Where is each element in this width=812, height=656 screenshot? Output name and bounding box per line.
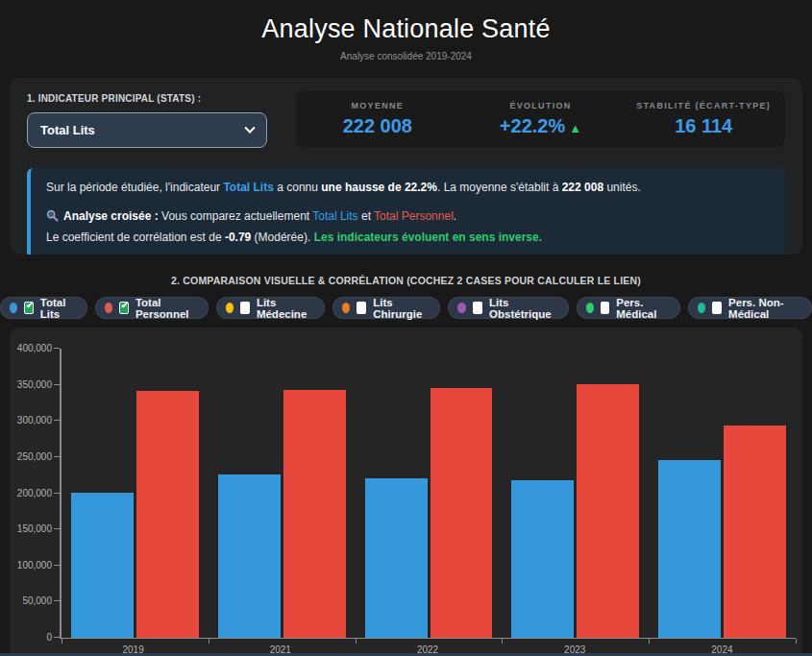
- filter-pill[interactable]: Pers. Non-Médical: [688, 297, 812, 319]
- indicator-selected-value: Total Lits: [40, 123, 95, 137]
- stat-label: MOYENNE: [296, 101, 459, 110]
- x-tick-mark: [209, 639, 209, 644]
- bar-total-personnel-2019[interactable]: [136, 391, 199, 638]
- chevron-down-icon: [244, 122, 255, 133]
- filter-label: Lits Chirurgie: [373, 297, 428, 320]
- up-arrow-icon: ▲: [569, 121, 581, 135]
- y-tick-mark: [54, 456, 60, 457]
- insight-line-correlation: Le coefficient de corrélation est de -0.…: [46, 230, 770, 246]
- y-tick-mark: [54, 565, 60, 566]
- bar-total-personnel-2022[interactable]: [431, 388, 493, 638]
- indicator-label: 1. INDICATEUR PRINCIPAL (STATS) :: [27, 93, 282, 104]
- checkbox-unchecked[interactable]: [357, 302, 366, 314]
- header: Analyse Nationale Santé Analyse consolid…: [0, 0, 812, 61]
- bar-total-lits-2022[interactable]: [365, 478, 428, 638]
- filter-pills: Total LitsTotal PersonnelLits MédecineLi…: [0, 297, 812, 319]
- y-tick-mark: [54, 384, 60, 385]
- filter-pill[interactable]: Lits Médecine: [216, 297, 325, 319]
- comparison-section-title: 2. COMPARAISON VISUELLE & CORRÉLATION (C…: [0, 275, 812, 286]
- page-subtitle: Analyse consolidée 2019-2024: [0, 51, 812, 61]
- page-title: Analyse Nationale Santé: [0, 14, 812, 44]
- y-tick-label: 150,000: [10, 523, 52, 535]
- filter-label: Pers. Non-Médical: [728, 297, 800, 320]
- x-tick-mark: [796, 639, 797, 644]
- bar-group-2024: [649, 349, 796, 638]
- bar-total-personnel-2021[interactable]: [283, 390, 346, 638]
- bar-chart: 050,000100,000150,000200,000250,000300,0…: [60, 349, 796, 639]
- insight-line-trend: Sur la période étudiée, l'indicateur Tot…: [46, 180, 770, 196]
- checkbox-checked[interactable]: [24, 302, 34, 314]
- bar-total-lits-2021[interactable]: [218, 474, 281, 638]
- checkbox-unchecked[interactable]: [712, 302, 722, 314]
- filter-pill[interactable]: Lits Chirurgie: [332, 297, 440, 319]
- filter-label: Total Lits: [40, 297, 75, 320]
- bar-groups: [62, 349, 796, 638]
- stat-stabilite: STABILITÉ (ÉCART-TYPE) 16 114: [622, 101, 785, 137]
- stat-moyenne: MOYENNE 222 008: [296, 101, 459, 137]
- indicator-select[interactable]: Total Lits: [27, 112, 267, 148]
- y-tick-mark: [54, 420, 60, 421]
- y-tick-mark: [54, 348, 60, 349]
- bar-total-personnel-2024[interactable]: [724, 425, 786, 638]
- dashboard: Analyse Nationale Santé Analyse consolid…: [0, 0, 812, 656]
- series-color-dot-icon: [226, 303, 234, 313]
- y-tick-label: 400,000: [10, 343, 52, 354]
- y-tick-label: 300,000: [10, 415, 52, 426]
- series-color-dot-icon: [10, 303, 17, 313]
- stat-evolution: ÉVOLUTION +22.2%▲: [459, 101, 623, 137]
- bar-total-lits-2024[interactable]: [658, 460, 721, 638]
- y-tick-label: 250,000: [10, 451, 52, 463]
- chart-panel: 050,000100,000150,000200,000250,000300,0…: [10, 328, 802, 656]
- filter-label: Lits Obstétrique: [489, 297, 556, 320]
- y-tick-label: 350,000: [10, 379, 52, 391]
- filter-label: Pers. Médical: [616, 297, 668, 320]
- series-color-dot-icon: [105, 303, 112, 313]
- x-tick-mark: [356, 639, 357, 644]
- y-tick-mark: [54, 528, 60, 529]
- bar-total-lits-2023[interactable]: [511, 480, 574, 638]
- checkbox-checked[interactable]: [119, 302, 129, 314]
- stat-label: ÉVOLUTION: [459, 101, 623, 110]
- y-tick-label: 50,000: [10, 595, 52, 607]
- x-tick-mark: [502, 639, 503, 644]
- insight-line-cross: Analyse croisée : Vous comparez actuelle…: [46, 208, 770, 227]
- series-color-dot-icon: [698, 303, 705, 313]
- y-tick-mark: [54, 600, 60, 601]
- series-color-dot-icon: [457, 303, 466, 313]
- stats-panel: 1. INDICATEUR PRINCIPAL (STATS) : Total …: [10, 78, 802, 255]
- magnifier-icon: [46, 209, 59, 227]
- filter-pill[interactable]: Total Personnel: [95, 297, 209, 319]
- x-tick-mark: [62, 639, 62, 644]
- y-tick-mark: [54, 637, 60, 638]
- filter-pill[interactable]: Pers. Médical: [577, 297, 681, 319]
- filter-pill[interactable]: Lits Obstétrique: [448, 297, 569, 319]
- stats-box: MOYENNE 222 008 ÉVOLUTION +22.2%▲ STABIL…: [296, 91, 785, 147]
- insight-box: Sur la période étudiée, l'indicateur Tot…: [27, 168, 785, 255]
- y-tick-mark: [54, 493, 60, 494]
- series-color-dot-icon: [586, 303, 594, 313]
- checkbox-unchecked[interactable]: [473, 302, 482, 314]
- bar-total-lits-2019[interactable]: [71, 493, 134, 638]
- series-color-dot-icon: [342, 303, 350, 313]
- y-tick-label: 200,000: [10, 488, 52, 499]
- filter-label: Total Personnel: [135, 297, 196, 320]
- y-tick-label: 0: [10, 632, 52, 644]
- bar-group-2019: [62, 349, 209, 638]
- x-tick-mark: [649, 639, 650, 644]
- checkbox-unchecked[interactable]: [601, 302, 610, 314]
- stat-value: 16 114: [622, 115, 785, 137]
- bar-total-personnel-2023[interactable]: [577, 384, 639, 638]
- checkbox-unchecked[interactable]: [240, 302, 250, 314]
- y-tick-label: 100,000: [10, 560, 52, 571]
- bar-group-2022: [356, 349, 503, 638]
- filter-pill[interactable]: Total Lits: [0, 297, 87, 319]
- stat-value: +22.2%▲: [459, 115, 623, 137]
- stat-label: STABILITÉ (ÉCART-TYPE): [622, 101, 785, 110]
- stat-value: 222 008: [296, 115, 459, 137]
- bar-group-2021: [209, 349, 356, 638]
- filter-label: Lits Médecine: [257, 297, 312, 320]
- bar-group-2023: [502, 349, 649, 638]
